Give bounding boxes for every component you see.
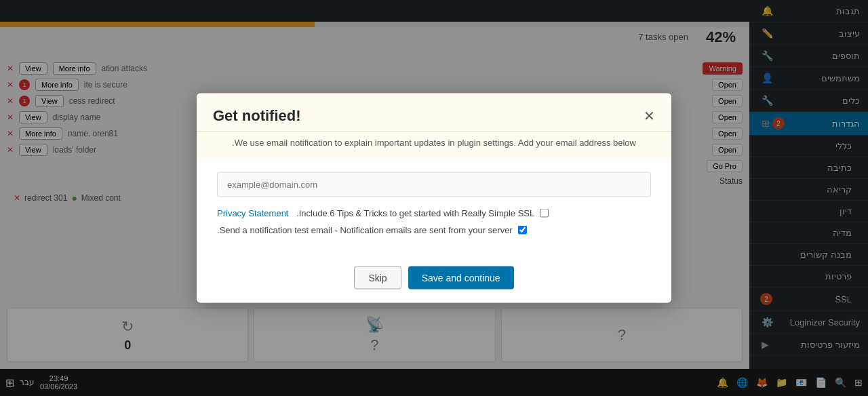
modal-footer: Skip Save and continue — [197, 256, 671, 303]
modal-title: !Get notified — [213, 107, 301, 125]
save-continue-button[interactable]: Save and continue — [408, 266, 514, 290]
modal-get-notified: ✕ !Get notified We use email notificatio… — [197, 94, 671, 303]
email-input[interactable] — [217, 172, 651, 197]
modal-header: ✕ !Get notified — [197, 94, 671, 132]
modal-close-button[interactable]: ✕ — [644, 108, 655, 124]
privacy-link[interactable]: Privacy Statement — [217, 208, 289, 218]
modal-subtitle: We use email notification to explain imp… — [197, 132, 671, 159]
checkbox-notification[interactable] — [518, 226, 527, 235]
checkbox-tips[interactable] — [540, 209, 549, 218]
checkbox-notification-label: Send a notification test email - Notific… — [217, 225, 513, 235]
background-page: 7 tasks open 42% ✕ View More info ation … — [0, 0, 868, 396]
checkbox-tips-label: Include 6 Tips & Tricks to get started w… — [294, 208, 535, 218]
checkbox-notification-row: Send a notification test email - Notific… — [217, 225, 651, 235]
checkbox-tips-row: Include 6 Tips & Tricks to get started w… — [217, 208, 651, 218]
skip-button[interactable]: Skip — [354, 266, 401, 290]
modal-body: Include 6 Tips & Tricks to get started w… — [197, 159, 671, 256]
modal-subtitle-text: We use email notification to explain imp… — [232, 138, 636, 148]
